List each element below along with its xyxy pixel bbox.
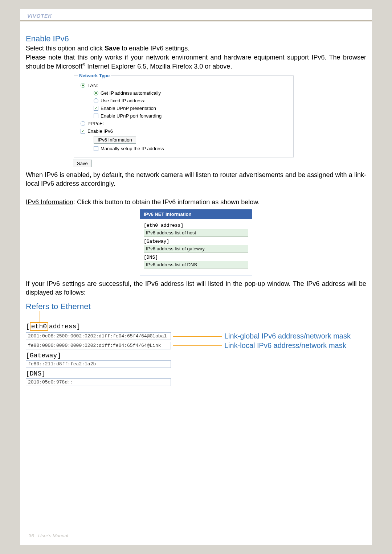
intro-text-1c: to enable IPv6 settings.	[120, 45, 189, 52]
intro-text-2b: Internet Explorer 6.5, Mozilla Firefox 3…	[85, 63, 232, 70]
gateway-label: [Gateway]	[26, 352, 366, 359]
page-footer: 36 - User's Manual	[29, 533, 68, 538]
success-text: If your IPv6 settings are successful, th…	[26, 280, 366, 297]
checkbox-upnp-presentation[interactable]	[94, 106, 98, 111]
popup-dns-label: [DNS]	[144, 255, 248, 260]
intro-save-word: Save	[105, 45, 120, 52]
radio-get-ip[interactable]	[94, 91, 98, 95]
popup-eth0-label: [eth0 address]	[144, 223, 248, 228]
gateway-field: fe80::211:d8ff:fea2:1a2b	[26, 360, 171, 368]
registered-mark: ®	[82, 62, 85, 67]
after-panel-text: When IPv6 is enabled, by default, the ne…	[26, 171, 366, 188]
popup-dns-list: IPv6 address list of DNS	[144, 261, 248, 268]
enable-ipv6-label: Enable IPv6	[87, 128, 113, 134]
checkbox-upnp-port[interactable]	[94, 114, 98, 118]
eth0-bracket-left: [	[26, 323, 30, 330]
dns-label: [DNS]	[26, 370, 366, 377]
ipv6-info-underline: IPv6 Information	[26, 198, 73, 206]
section-title: Enable IPv6	[26, 34, 366, 44]
radio-fixed-ip[interactable]	[94, 98, 98, 103]
brand-logo: VIVOTEK	[27, 13, 52, 19]
callout-line-icon	[40, 311, 366, 322]
connector-line-icon	[173, 345, 222, 346]
eth0-box: eth0	[30, 322, 48, 331]
refers-title: Refers to Ethernet	[26, 302, 366, 311]
checkbox-manual-ip[interactable]	[94, 146, 98, 151]
lan-label: LAN:	[87, 83, 98, 88]
upnp-present-label: Enable UPnP presentation	[101, 106, 156, 111]
radio-pppoe[interactable]	[81, 121, 85, 126]
popup-host-list: IPv6 address list of host	[144, 229, 248, 237]
dns-field: 2010:05c0:978d::	[26, 378, 171, 386]
ipv6-net-info-popup: IPv6 NET Information [eth0 address] IPv6…	[140, 209, 252, 275]
ipv6-information-button[interactable]: IPv6 Information	[94, 136, 136, 144]
popup-title: IPv6 NET Information	[140, 209, 252, 219]
global-address-label: Link-global IPv6 address/network mask	[224, 332, 351, 340]
popup-gateway-label: [Gateway]	[144, 239, 248, 244]
link-address-label: Link-local IPv6 address/network mask	[224, 341, 346, 350]
intro-text-1a: Select this option and click	[26, 45, 105, 52]
global-address-field: 2001:0c08:2500:0002:0202:d1ff:fe04:65f4/…	[26, 332, 171, 340]
connector-line-icon	[173, 336, 222, 337]
ipv6-info-rest: : Click this button to obtain the IPv6 i…	[73, 198, 260, 206]
pppoe-label: PPPoE:	[87, 121, 104, 126]
eth0-address-label: address]	[49, 323, 80, 330]
manual-ip-label: Manually setup the IP address	[101, 146, 164, 151]
radio-lan[interactable]	[81, 83, 85, 88]
upnp-port-label: Enable UPnP port forwarding	[101, 113, 162, 119]
link-address-field: fe80:0000:0000:0000:0202:d1ff:fe04:65f4/…	[26, 342, 171, 349]
panel-legend: Network Type	[78, 73, 111, 78]
get-ip-label: Get IP address automatically	[101, 90, 161, 96]
fixed-ip-label: Use fixed IP address:	[101, 98, 145, 103]
checkbox-enable-ipv6[interactable]	[81, 129, 85, 134]
network-type-panel: Network Type LAN: Get IP address automat…	[74, 73, 294, 157]
popup-gateway-list: IPv6 address list of gateway	[144, 245, 248, 253]
save-button[interactable]: Save	[73, 160, 92, 167]
